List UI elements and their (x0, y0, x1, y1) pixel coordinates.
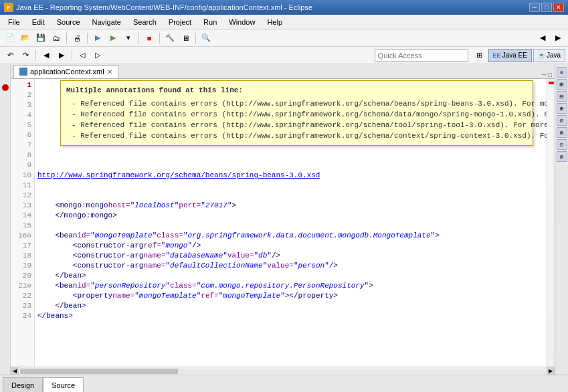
quick-access-input[interactable] (375, 50, 468, 62)
run-dropdown[interactable]: ▾ (121, 31, 136, 45)
minimize-editor-button[interactable]: ─ (542, 71, 547, 78)
bottom-tabs: Design Source (0, 375, 568, 392)
code-area[interactable]: Multiple annotations found at this line:… (35, 79, 547, 367)
window-title: Java EE - Reporting System/WebContent/WE… (16, 3, 312, 11)
debug-button[interactable]: ▶ (90, 31, 105, 45)
run-button[interactable]: ▶ (106, 31, 120, 45)
app-icon: E (4, 3, 13, 12)
tab-source[interactable]: Source (43, 377, 84, 392)
scroll-track[interactable] (20, 369, 545, 374)
line-num-10: 10 (11, 171, 31, 181)
menu-search[interactable]: Search (128, 17, 162, 27)
new-button[interactable]: 📄 (3, 31, 17, 45)
line-num-13: 13 (11, 201, 31, 211)
sidebar-btn-1[interactable]: ≡ (557, 67, 567, 78)
scroll-left-button[interactable]: ◀ (11, 367, 19, 375)
line-num-20: 20 (11, 271, 31, 281)
code-line-19: <constructor-arg name="defaultCollection… (37, 261, 544, 271)
separator-5 (195, 33, 196, 43)
perspective-javaee[interactable]: EE Java EE (488, 49, 532, 62)
next-annotation[interactable]: ▶ (551, 31, 565, 45)
left-gutter (0, 64, 11, 375)
code-lines-visible: http://www.springframework.org/schema/be… (37, 171, 544, 321)
title-bar: E Java EE - Reporting System/WebContent/… (0, 0, 568, 15)
prev-edit[interactable]: ◀ (39, 49, 54, 62)
redo-button[interactable]: ↷ (18, 49, 33, 62)
sidebar-btn-6[interactable]: ⊗ (557, 127, 567, 138)
quick-access-container (375, 50, 468, 62)
line-num-9: 9 (11, 161, 31, 171)
annotation-item-2: - Referenced file contains errors (http:… (66, 109, 527, 120)
editor-tab-bar: applicationContext.xml ✕ ─ □ (11, 64, 555, 79)
line-num-15: 15 (11, 221, 31, 231)
menu-navigate[interactable]: Navigate (87, 17, 126, 27)
annotation-popup: Multiple annotations found at this line:… (60, 80, 533, 146)
maximize-button[interactable]: □ (541, 3, 552, 12)
build-button[interactable]: 🔨 (163, 31, 177, 45)
code-line-13: <mongo:mongo host="localhost" port="2701… (37, 201, 544, 211)
code-line-11 (37, 181, 544, 191)
separator-6 (35, 50, 36, 61)
sidebar-btn-7[interactable]: ⊙ (557, 139, 567, 150)
line-num-19: 19 (11, 261, 31, 271)
menu-project[interactable]: Project (163, 17, 197, 27)
sidebar-btn-8[interactable]: ⊚ (557, 151, 567, 162)
perspective-java[interactable]: ☕ Java (533, 49, 565, 62)
navigate-back[interactable]: ◁ (75, 49, 90, 62)
line-num-22: 22 (11, 291, 31, 301)
code-line-10: http://www.springframework.org/schema/be… (37, 171, 544, 181)
right-sidebar: ≡ ⊞ ⊟ ⊕ ⊘ ⊗ ⊙ ⊚ (555, 64, 568, 375)
line-num-24: 24 (11, 311, 31, 321)
sidebar-btn-5[interactable]: ⊘ (557, 115, 567, 126)
separator-2 (87, 33, 88, 43)
tab-design[interactable]: Design (3, 377, 43, 392)
code-line-21: <bean id="personRepository" class="com.m… (37, 281, 544, 291)
line-num-16: 16⊖ (11, 231, 31, 241)
save-all-button[interactable]: 🗂 (49, 31, 64, 45)
stop-button[interactable]: ■ (142, 31, 157, 45)
code-line-17: <constructor-arg ref="mongo" /> (37, 241, 544, 251)
navigate-fwd[interactable]: ▷ (90, 49, 105, 62)
search-btn[interactable]: 🔍 (199, 31, 213, 45)
undo-button[interactable]: ↶ (3, 49, 17, 62)
tab-controls: ─ □ (542, 71, 555, 78)
editor-tab-applicationcontext[interactable]: applicationContext.xml ✕ (13, 65, 118, 78)
menu-run[interactable]: Run (198, 17, 222, 27)
line-num-21: 21⊖ (11, 281, 31, 291)
horizontal-scrollbar[interactable]: ◀ ▶ (11, 367, 555, 375)
toolbar-main: 📄 📂 💾 🗂 🖨 ▶ ▶ ▾ ■ 🔨 🖥 🔍 ◀ ▶ (0, 29, 568, 47)
sidebar-btn-3[interactable]: ⊟ (557, 91, 567, 102)
open-perspective-button[interactable]: ⊞ (472, 49, 487, 62)
servers-button[interactable]: 🖥 (178, 31, 193, 45)
next-edit[interactable]: ▶ (54, 49, 69, 62)
save-button[interactable]: 💾 (33, 31, 48, 45)
maximize-editor-button[interactable]: □ (548, 71, 552, 78)
code-line-22: <property name="mongoTemplate" ref="mong… (37, 291, 544, 301)
sidebar-btn-4[interactable]: ⊕ (557, 103, 567, 114)
menu-edit[interactable]: Edit (27, 17, 50, 27)
editor-container: applicationContext.xml ✕ ─ □ 1 2 3 4 5 6… (11, 64, 555, 375)
editor-tab-label: applicationContext.xml (30, 68, 104, 76)
window-controls: ─ □ ✕ (529, 3, 564, 12)
menu-window[interactable]: Window (223, 17, 260, 27)
scroll-right-button[interactable]: ▶ (547, 367, 555, 375)
line-num-2: 2 (11, 90, 31, 100)
minimize-button[interactable]: ─ (529, 3, 540, 12)
sidebar-btn-2[interactable]: ⊞ (557, 79, 567, 90)
code-line-16: <bean id="mongoTemplate" class="org.spri… (37, 231, 544, 241)
open-button[interactable]: 📂 (18, 31, 33, 45)
close-button[interactable]: ✕ (553, 3, 564, 12)
menu-source[interactable]: Source (52, 17, 86, 27)
code-line-23: </bean> (37, 301, 544, 311)
line-num-4: 4 (11, 110, 31, 120)
scroll-thumb[interactable] (20, 369, 178, 374)
tab-source-label: Source (52, 381, 75, 389)
xml-file-icon (19, 68, 27, 76)
print-button[interactable]: 🖨 (70, 31, 84, 45)
prev-annotation[interactable]: ◀ (535, 31, 550, 45)
menu-help[interactable]: Help (262, 17, 288, 27)
tab-close-button[interactable]: ✕ (107, 68, 112, 76)
toolbar-secondary: ↶ ↷ ◀ ▶ ◁ ▷ ⊞ EE Java EE ☕ Java (0, 47, 568, 64)
line-num-1: 1 (11, 80, 31, 90)
menu-file[interactable]: File (3, 17, 25, 27)
